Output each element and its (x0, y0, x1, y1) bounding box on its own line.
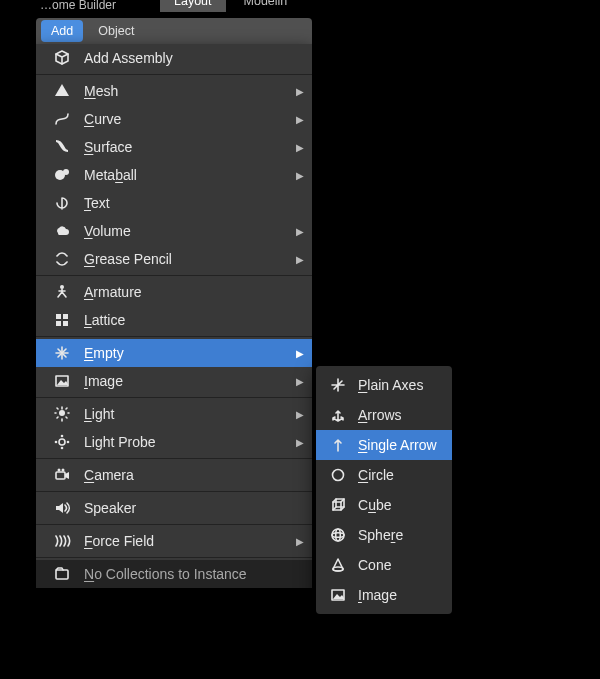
submenu-item-image[interactable]: Image (316, 580, 452, 610)
menu-item-label: Add Assembly (84, 50, 304, 66)
submenu-item-label: Circle (358, 467, 442, 483)
menu-separator (36, 557, 312, 558)
light-icon (52, 404, 72, 424)
object-menu-button[interactable]: Object (88, 20, 144, 42)
menu-header: Add Object (36, 18, 312, 44)
cone-icon (328, 555, 348, 575)
menu-item-label: Force Field (84, 533, 290, 549)
menu-item-label: Light Probe (84, 434, 290, 450)
menu-item-label: Volume (84, 223, 290, 239)
menu-separator (36, 397, 312, 398)
menu-item-metaball[interactable]: Metaball▶ (36, 161, 312, 189)
empty-submenu: Plain AxesArrowsSingle ArrowCircleCubeSp… (316, 366, 452, 614)
menu-item-label: Armature (84, 284, 304, 300)
text-icon (52, 193, 72, 213)
plain-axes-icon (328, 375, 348, 395)
menu-item-armature[interactable]: Armature (36, 278, 312, 306)
menu-item-volume[interactable]: Volume▶ (36, 217, 312, 245)
menu-item-surface[interactable]: Surface▶ (36, 133, 312, 161)
force-field-icon (52, 531, 72, 551)
submenu-item-label: Sphere (358, 527, 442, 543)
menu-item-camera[interactable]: Camera (36, 461, 312, 489)
collection-icon (52, 564, 72, 584)
curve-icon (52, 109, 72, 129)
menu-item-label: Text (84, 195, 304, 211)
submenu-arrow-icon: ▶ (296, 409, 304, 420)
menu-item-label: Metaball (84, 167, 290, 183)
submenu-arrow-icon: ▶ (296, 86, 304, 97)
submenu-item-plain-axes[interactable]: Plain Axes (316, 370, 452, 400)
metaball-icon (52, 165, 72, 185)
menu-item-grease-pencil[interactable]: Grease Pencil▶ (36, 245, 312, 273)
menu-item-label: No Collections to Instance (84, 566, 304, 582)
mesh-icon (52, 81, 72, 101)
submenu-item-cone[interactable]: Cone (316, 550, 452, 580)
menu-item-empty[interactable]: Empty▶ (36, 339, 312, 367)
submenu-arrow-icon: ▶ (296, 536, 304, 547)
workspace-tabs: Layout Modelin (160, 0, 301, 12)
menu-separator (36, 458, 312, 459)
submenu-item-circle[interactable]: Circle (316, 460, 452, 490)
menu-item-label: Empty (84, 345, 290, 361)
menu-separator (36, 336, 312, 337)
armature-icon (52, 282, 72, 302)
cube-icon (52, 48, 72, 68)
arrows-icon (328, 405, 348, 425)
circle-icon (328, 465, 348, 485)
lattice-icon (52, 310, 72, 330)
menu-item-curve[interactable]: Curve▶ (36, 105, 312, 133)
menu-item-text[interactable]: Text (36, 189, 312, 217)
menu-item-mesh[interactable]: Mesh▶ (36, 77, 312, 105)
submenu-item-cube[interactable]: Cube (316, 490, 452, 520)
single-arrow-icon (328, 435, 348, 455)
submenu-item-label: Plain Axes (358, 377, 442, 393)
menu-separator (36, 524, 312, 525)
submenu-item-single-arrow[interactable]: Single Arrow (316, 430, 452, 460)
menu-item-label: Curve (84, 111, 290, 127)
sphere-icon (328, 525, 348, 545)
menu-separator (36, 491, 312, 492)
menu-item-light[interactable]: Light▶ (36, 400, 312, 428)
menu-item-image[interactable]: Image▶ (36, 367, 312, 395)
submenu-item-label: Arrows (358, 407, 442, 423)
menu-item-label: Image (84, 373, 290, 389)
breadcrumb: …ome Builder (40, 0, 116, 12)
speaker-icon (52, 498, 72, 518)
menu-item-lattice[interactable]: Lattice (36, 306, 312, 334)
submenu-arrow-icon: ▶ (296, 114, 304, 125)
menu-item-label: Speaker (84, 500, 304, 516)
submenu-item-label: Cone (358, 557, 442, 573)
cube-outline-icon (328, 495, 348, 515)
add-menu-button[interactable]: Add (41, 20, 83, 42)
menu-item-no-collections-to-instance: No Collections to Instance (36, 560, 312, 588)
menu-item-add-assembly[interactable]: Add Assembly (36, 44, 312, 72)
submenu-item-label: Image (358, 587, 442, 603)
menu-item-label: Mesh (84, 83, 290, 99)
volume-icon (52, 221, 72, 241)
submenu-arrow-icon: ▶ (296, 437, 304, 448)
submenu-arrow-icon: ▶ (296, 170, 304, 181)
empty-icon (52, 343, 72, 363)
tab-layout[interactable]: Layout (160, 0, 226, 12)
submenu-arrow-icon: ▶ (296, 226, 304, 237)
add-menu-dropdown: Add AssemblyMesh▶Curve▶Surface▶Metaball▶… (36, 44, 312, 588)
submenu-item-label: Cube (358, 497, 442, 513)
menu-item-label: Lattice (84, 312, 304, 328)
menu-item-label: Light (84, 406, 290, 422)
grease-pencil-icon (52, 249, 72, 269)
menu-item-force-field[interactable]: Force Field▶ (36, 527, 312, 555)
menu-item-speaker[interactable]: Speaker (36, 494, 312, 522)
image-icon (52, 371, 72, 391)
submenu-arrow-icon: ▶ (296, 254, 304, 265)
light-probe-icon (52, 432, 72, 452)
submenu-item-arrows[interactable]: Arrows (316, 400, 452, 430)
submenu-arrow-icon: ▶ (296, 142, 304, 153)
menu-item-label: Surface (84, 139, 290, 155)
menu-item-label: Grease Pencil (84, 251, 290, 267)
menu-separator (36, 275, 312, 276)
menu-item-light-probe[interactable]: Light Probe▶ (36, 428, 312, 456)
submenu-item-sphere[interactable]: Sphere (316, 520, 452, 550)
tab-modeling[interactable]: Modelin (230, 0, 302, 12)
submenu-item-label: Single Arrow (358, 437, 442, 453)
menu-separator (36, 74, 312, 75)
